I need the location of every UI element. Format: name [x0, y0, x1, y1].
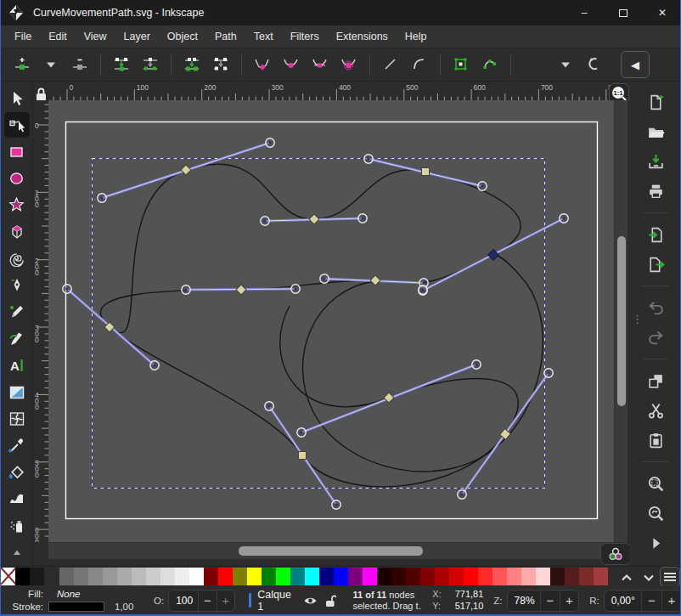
- stroke-width-value[interactable]: 1,00: [115, 602, 144, 612]
- palette-swatch[interactable]: [406, 568, 420, 585]
- tool-node-editor[interactable]: [4, 112, 30, 137]
- palette-swatch[interactable]: [521, 568, 536, 585]
- vertical-scrollbar-thumb[interactable]: [617, 236, 626, 406]
- palette-swatch[interactable]: [536, 568, 550, 585]
- stroke-to-path-button[interactable]: [477, 52, 503, 77]
- menu-path[interactable]: Path: [206, 26, 245, 47]
- menu-object[interactable]: Object: [159, 26, 206, 47]
- path-node-square[interactable]: [422, 168, 430, 176]
- rotation-increase-button[interactable]: +: [661, 590, 681, 612]
- fill-value[interactable]: None: [48, 589, 110, 599]
- palette-swatch[interactable]: [103, 568, 117, 585]
- tool-selector[interactable]: [4, 86, 30, 110]
- layer-lock-icon[interactable]: [322, 592, 338, 609]
- redo-button[interactable]: [644, 327, 667, 348]
- tool-ellipse[interactable]: [4, 166, 30, 190]
- palette-swatch[interactable]: [30, 568, 44, 585]
- layer-visibility-icon[interactable]: [302, 592, 318, 609]
- palette-scroll-up-button[interactable]: [616, 568, 638, 585]
- zoom-decrease-button[interactable]: −: [540, 590, 560, 612]
- paste-button[interactable]: [644, 430, 667, 450]
- close-button[interactable]: ✕: [643, 0, 681, 25]
- palette-swatch[interactable]: [594, 568, 608, 585]
- print-button[interactable]: [644, 181, 667, 201]
- ruler-lock-icon[interactable]: [33, 82, 48, 102]
- opacity-increase-button[interactable]: +: [217, 590, 234, 612]
- palette-swatch[interactable]: [189, 568, 204, 585]
- menu-edit[interactable]: Edit: [40, 26, 76, 47]
- minimize-button[interactable]: –: [565, 0, 604, 25]
- palette-swatch[interactable]: [377, 568, 391, 585]
- palette-swatch[interactable]: [204, 568, 218, 585]
- import-button[interactable]: [644, 224, 667, 245]
- zoom-value[interactable]: 78%: [508, 595, 541, 607]
- palette-swatch[interactable]: [88, 568, 103, 585]
- palette-swatch[interactable]: [233, 568, 247, 585]
- horizontal-scrollbar[interactable]: [48, 542, 614, 559]
- menu-file[interactable]: File: [6, 26, 40, 47]
- palette-swatch[interactable]: [579, 568, 594, 585]
- tool-box3d[interactable]: [4, 219, 30, 244]
- palette-swatch[interactable]: [478, 568, 492, 585]
- horizontal-scrollbar-thumb[interactable]: [239, 546, 423, 556]
- menu-extensions[interactable]: Extensions: [328, 26, 397, 47]
- zoom-increase-button[interactable]: +: [560, 590, 579, 612]
- tool-tweak[interactable]: [4, 487, 30, 511]
- dock-resize-handle[interactable]: ⋮: [632, 313, 643, 325]
- make-corner-button[interactable]: [250, 52, 275, 77]
- palette-swatch[interactable]: [334, 568, 348, 585]
- palette-swatch[interactable]: [276, 568, 290, 585]
- palette-swatch[interactable]: [550, 568, 565, 585]
- tool-dropper[interactable]: [4, 433, 30, 458]
- make-curve-button[interactable]: [407, 52, 432, 77]
- palette-swatch[interactable]: [363, 568, 377, 585]
- menu-help[interactable]: Help: [397, 26, 436, 47]
- tool-star[interactable]: [4, 193, 30, 218]
- palette-swatch[interactable]: [420, 568, 435, 585]
- show-path-effects-button[interactable]: [582, 52, 607, 77]
- palette-swatch[interactable]: [15, 568, 30, 585]
- rotation-value[interactable]: 0,00°: [605, 595, 641, 607]
- palette-swatch[interactable]: [262, 568, 276, 585]
- tool-pen[interactable]: [4, 273, 30, 297]
- palette-menu-button[interactable]: [660, 567, 680, 587]
- save-button[interactable]: [644, 151, 667, 172]
- tool-pencil[interactable]: [4, 300, 30, 325]
- palette-swatch-none[interactable]: [1, 568, 15, 585]
- palette-swatch[interactable]: [218, 568, 233, 585]
- join-with-segment-button[interactable]: [138, 52, 163, 77]
- palette-swatch[interactable]: [74, 568, 88, 585]
- break-nodes-button[interactable]: [179, 52, 205, 77]
- delete-segment-button[interactable]: [208, 52, 234, 77]
- palette-swatch[interactable]: [348, 568, 363, 585]
- tool-calligraphy[interactable]: [4, 326, 30, 351]
- fill-stroke-indicator[interactable]: Fill: None Stroke: 1,00: [6, 588, 144, 613]
- vertical-scrollbar[interactable]: [614, 100, 628, 542]
- palette-swatch[interactable]: [507, 568, 521, 585]
- tool-mesh[interactable]: [4, 406, 30, 431]
- delete-node-button[interactable]: [67, 52, 93, 77]
- palette-swatch[interactable]: [160, 568, 175, 585]
- undo-button[interactable]: [644, 297, 667, 318]
- palette-swatch[interactable]: [146, 568, 160, 585]
- palette-swatch[interactable]: [59, 568, 74, 585]
- cut-button[interactable]: [644, 400, 667, 421]
- tool-paint-bucket[interactable]: [4, 460, 30, 484]
- new-document-button[interactable]: [644, 92, 667, 112]
- tool-spray[interactable]: [4, 513, 30, 538]
- palette-swatch[interactable]: [492, 568, 507, 585]
- horizontal-ruler[interactable]: 0100200300400500600700800: [48, 82, 614, 100]
- menu-text[interactable]: Text: [245, 26, 282, 47]
- palette-swatch[interactable]: [117, 568, 132, 585]
- palette-swatch[interactable]: [565, 568, 579, 585]
- object-to-path-button[interactable]: [448, 52, 474, 77]
- palette-swatch[interactable]: [305, 568, 319, 585]
- tool-text[interactable]: A: [4, 353, 30, 377]
- zoom-selection-button[interactable]: [644, 473, 667, 494]
- duplicate-button[interactable]: [644, 370, 667, 391]
- opacity-spinbox[interactable]: 100 − +: [168, 590, 235, 612]
- join-nodes-button[interactable]: [109, 52, 134, 77]
- toolbar-overflow-caret[interactable]: [553, 52, 578, 77]
- make-smooth-button[interactable]: [279, 52, 304, 77]
- palette-swatch[interactable]: [132, 568, 146, 585]
